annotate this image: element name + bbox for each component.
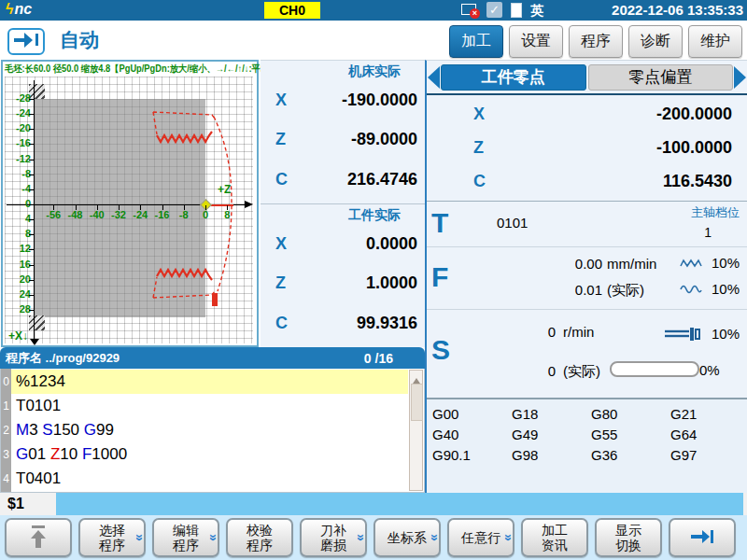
program-line[interactable]: 0%1234 <box>1 370 408 394</box>
line-code: %1234 <box>11 370 408 394</box>
softkey-label: 程序 <box>99 538 125 553</box>
gcode-cell: G21 <box>670 406 747 427</box>
softkey-label: 任意行 <box>461 530 500 545</box>
tab-diagnosis[interactable]: 诊断 <box>628 25 683 58</box>
tab-program[interactable]: 程序 <box>569 25 623 58</box>
softkey-edit-program[interactable]: 编辑程序» <box>152 518 219 557</box>
axis-value: -190.0000 <box>303 91 417 110</box>
feed-actual-label: (实际) <box>607 282 644 300</box>
softkey-display-switch[interactable]: 显示切换 <box>595 518 662 557</box>
toolpath-trace <box>3 62 257 345</box>
top-status-bar: ϟnc CH0 × ✓ 英 2022-12-06 13:35:33 <box>0 0 747 21</box>
feed-set-value: 0.00 <box>528 256 602 272</box>
softkey-label: 校验 <box>247 523 273 538</box>
spindle-row: S 0 r/min 0 (实际) 10% 0% <box>427 310 747 396</box>
tab-settings[interactable]: 设置 <box>509 25 563 58</box>
program-title: 程序名 ../prog/92929 <box>0 350 120 367</box>
softkey-tool-comp-wear[interactable]: 刀补磨损» <box>300 518 367 557</box>
softkey-return-up[interactable] <box>5 518 72 557</box>
line-code: G01 Z10 F1000 <box>11 442 408 467</box>
softkey-coord-system[interactable]: 坐标系» <box>374 518 441 557</box>
line-number: 0 <box>1 375 11 388</box>
spindle-unit: r/min <box>563 324 594 340</box>
code-token: 150 <box>53 421 84 440</box>
line-number: 3 <box>1 448 11 461</box>
feed-override-pct: 10% <box>704 255 740 271</box>
prev-page-arrow-icon[interactable] <box>428 66 440 89</box>
spindle-override-pct: 10% <box>704 326 740 342</box>
softkey-label: 切换 <box>615 538 641 553</box>
mdi-input-bar[interactable] <box>56 493 743 515</box>
softkey-label: 坐标系 <box>388 530 427 545</box>
spindle-gear-title: 主轴档位 <box>691 204 740 221</box>
s-label: S <box>431 334 450 366</box>
softkey-bar: 选择程序»编辑程序»校验程序刀补磨损»坐标系»任意行»加工资讯显示切换 <box>0 515 747 560</box>
code-token: T0101 <box>16 397 61 415</box>
code-token: %1234 <box>16 372 65 391</box>
command-bar: $1 <box>0 493 747 515</box>
program-body: 0%12341T01012M3 S150 G993G01 Z10 F10004T… <box>0 369 425 493</box>
program-line[interactable]: 4T0401 <box>1 467 408 491</box>
code-token: 99 <box>96 421 114 440</box>
axis-value: 116.5430 <box>501 172 732 191</box>
spindle-actual-value: 0 <box>481 363 556 379</box>
jog-override-icon <box>680 284 702 295</box>
tab-maintenance[interactable]: 维护 <box>688 25 742 58</box>
toolpath-graph-panel: 毛坯:长60.0 径50.0 缩放4.8【PgUp/PgDn:放大/缩小、→/←… <box>1 60 259 347</box>
code-token: 10 <box>60 445 82 464</box>
softkey-label: 磨损 <box>320 538 346 553</box>
scrollbar-thumb[interactable] <box>411 384 423 421</box>
next-page-arrow-icon[interactable] <box>734 66 746 89</box>
gcode-cell: G40 <box>432 427 512 447</box>
chevron-down-icon: » <box>133 534 148 541</box>
tab-machining[interactable]: 加工 <box>449 25 503 58</box>
program-line[interactable]: 1T0101 <box>1 394 408 418</box>
softkey-next-page[interactable] <box>669 518 736 557</box>
axis-row: X0.0000 <box>261 234 425 254</box>
gcode-cell: G98 <box>512 447 591 468</box>
softkey-select-program[interactable]: 选择程序» <box>78 518 146 557</box>
auto-mode-icon <box>7 28 45 55</box>
gcode-cell: G36 <box>591 447 670 468</box>
jog-override-pct: 10% <box>704 281 740 297</box>
program-line[interactable]: 2M3 S150 G99 <box>1 418 408 442</box>
axis-value: -200.0000 <box>501 105 732 124</box>
machine-actual-rows: X-190.0000Z-89.0000C216.4746 <box>261 80 425 203</box>
line-number: 4 <box>1 472 11 485</box>
axis-row: X-200.0000 <box>427 105 740 124</box>
gcode-cell: G49 <box>512 427 591 447</box>
axis-value: -89.0000 <box>303 130 417 149</box>
axis-row: C216.4746 <box>261 170 425 189</box>
program-panel: 程序名 ../prog/92929 0 /16 0%12341T01012M3 … <box>0 347 425 493</box>
axis-row: Z1.0000 <box>261 273 425 293</box>
softkey-label: 程序 <box>247 538 273 553</box>
axis-name: C <box>473 172 501 191</box>
axis-name: X <box>275 234 303 254</box>
line-code: M3 S150 G99 <box>11 418 408 442</box>
program-scrollbar[interactable] <box>409 370 423 491</box>
scrollbar-up-icon[interactable] <box>413 374 420 384</box>
network-error-badge: × <box>470 8 480 19</box>
axis-name: Z <box>275 130 303 149</box>
softkey-label: 加工 <box>542 523 568 538</box>
program-line[interactable]: 3G01 Z10 F1000 <box>1 442 408 467</box>
softkey-verify-program[interactable]: 校验程序 <box>226 518 293 557</box>
nav-bar: 自动 加工设置程序诊断维护 <box>0 21 747 60</box>
gcode-cell: G18 <box>512 406 591 427</box>
softkey-any-line[interactable]: 任意行» <box>447 518 514 557</box>
axis-name: Z <box>275 273 303 293</box>
tab-zero-offset[interactable]: 零点偏置 <box>588 64 734 91</box>
ok-check-icon: ✓ <box>486 2 502 18</box>
softkey-label: 刀补 <box>320 523 346 538</box>
work-actual-section: 工件实际 X0.0000Z1.0000C99.9316 <box>261 204 425 347</box>
axis-name: X <box>473 105 501 124</box>
language-indicator[interactable]: 英 <box>530 3 543 20</box>
logo-bolt-icon: ϟ <box>6 1 13 17</box>
tab-work-zero[interactable]: 工件零点 <box>441 64 586 91</box>
zero-tab-row: 工件零点零点偏置 <box>427 61 747 95</box>
code-token: G <box>84 421 96 440</box>
softkey-machining-info[interactable]: 加工资讯 <box>521 518 588 557</box>
softkey-label: 编辑 <box>173 523 199 538</box>
datetime: 2022-12-06 13:35:33 <box>612 2 743 18</box>
axis-row: C116.5430 <box>427 172 740 191</box>
